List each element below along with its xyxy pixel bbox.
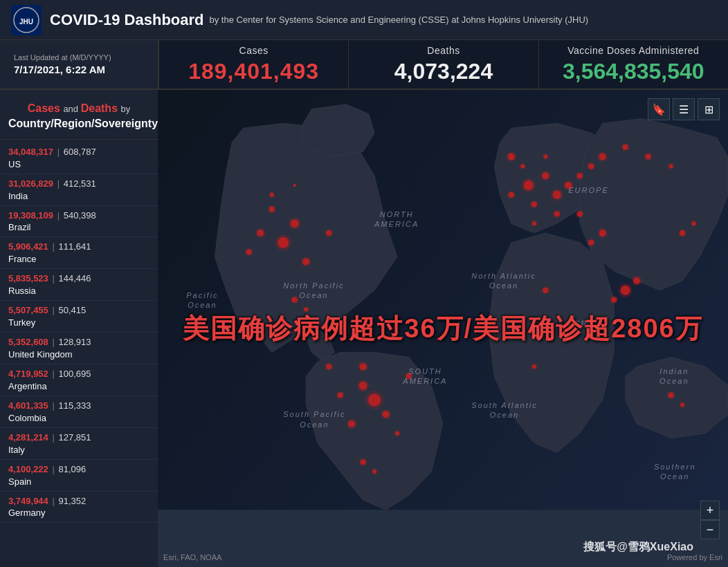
country-row[interactable]: 4,601,335 | 115,333 Colombia bbox=[0, 396, 158, 428]
country-cases: 31,026,829 bbox=[8, 178, 53, 189]
list-view-button[interactable]: ☰ bbox=[673, 98, 695, 120]
country-row[interactable]: 5,507,455 | 50,415 Turkey bbox=[0, 301, 158, 333]
country-deaths: 100,695 bbox=[58, 369, 91, 379]
country-name: Germany bbox=[8, 508, 149, 518]
country-name: United Kingdom bbox=[8, 349, 149, 360]
watermark: 搜狐号@雪鸦XueXiao bbox=[583, 540, 693, 555]
map-toolbar: 🔖 ☰ ⊞ bbox=[648, 98, 720, 120]
page-subtitle: by the Center for Systems Science and En… bbox=[210, 15, 589, 25]
bookmark-icon: 🔖 bbox=[652, 103, 666, 116]
grid-icon: ⊞ bbox=[704, 103, 713, 116]
country-cases: 4,281,214 bbox=[8, 432, 48, 443]
country-row[interactable]: 4,719,952 | 100,695 Argentina bbox=[0, 364, 158, 396]
country-row[interactable]: 5,835,523 | 144,446 Russia bbox=[0, 269, 158, 301]
country-cases: 19,308,109 bbox=[8, 210, 53, 221]
header: JHU COVID-19 Dashboard by the Center for… bbox=[0, 0, 728, 40]
cases-block: Cases 189,401,493 bbox=[159, 40, 349, 89]
country-row[interactable]: 31,026,829 | 412,531 India bbox=[0, 174, 158, 206]
country-name: Turkey bbox=[8, 317, 149, 328]
cases-label: Cases bbox=[239, 45, 269, 56]
sidebar-by-label: by bbox=[121, 104, 131, 114]
zoom-controls: + − bbox=[700, 501, 720, 539]
country-deaths: 111,641 bbox=[58, 241, 91, 252]
country-sidebar[interactable]: Cases and Deaths by Country/Region/Sover… bbox=[0, 90, 158, 567]
country-row[interactable]: 5,352,608 | 128,913 United Kingdom bbox=[0, 333, 158, 364]
vaccines-label: Vaccine Doses Administered bbox=[567, 45, 699, 56]
deaths-label: Deaths bbox=[427, 45, 459, 56]
svg-text:JHU: JHU bbox=[19, 18, 33, 26]
map-area[interactable]: NORTHAMERICAEUROPEAFRICASOUTHAMERICANort… bbox=[158, 90, 728, 567]
country-name: Italy bbox=[8, 445, 149, 455]
country-deaths: 115,333 bbox=[58, 400, 91, 411]
country-cases: 34,048,317 bbox=[8, 147, 53, 157]
stats-bar: Last Updated at (M/D/YYYY) 7/17/2021, 6:… bbox=[0, 40, 728, 90]
page-title: COVID-19 Dashboard bbox=[50, 11, 204, 29]
list-icon: ☰ bbox=[679, 103, 689, 116]
country-cases: 5,835,523 bbox=[8, 273, 48, 284]
country-cases: 4,601,335 bbox=[8, 400, 48, 411]
zoom-in-button[interactable]: + bbox=[700, 501, 720, 520]
country-name: India bbox=[8, 191, 149, 201]
jhu-logo: JHU bbox=[11, 5, 42, 35]
country-row[interactable]: 34,048,317 | 608,787 US bbox=[0, 142, 158, 174]
country-deaths: 412,531 bbox=[64, 178, 96, 189]
country-name: US bbox=[8, 159, 149, 169]
country-row[interactable]: 19,308,109 | 540,398 Brazil bbox=[0, 206, 158, 238]
country-name: Brazil bbox=[8, 222, 149, 232]
country-name: Argentina bbox=[8, 381, 149, 391]
last-updated-block: Last Updated at (M/D/YYYY) 7/17/2021, 6:… bbox=[0, 40, 159, 89]
country-list: 34,048,317 | 608,787 US 31,026,829 | 412… bbox=[0, 142, 158, 523]
deaths-block: Deaths 4,073,224 bbox=[349, 40, 538, 89]
map-credits-left: Esri, FAO, NOAA bbox=[163, 553, 221, 561]
country-deaths: 81,096 bbox=[58, 464, 86, 474]
country-deaths: 144,446 bbox=[58, 273, 91, 284]
country-name: Russia bbox=[8, 286, 149, 296]
country-name: Colombia bbox=[8, 413, 149, 423]
sidebar-region-label: Country/Region/Sovereignty bbox=[8, 118, 158, 129]
sidebar-cases-label: Cases bbox=[28, 102, 60, 114]
vaccines-block: Vaccine Doses Administered 3,564,835,540 bbox=[539, 40, 728, 89]
zoom-out-button[interactable]: − bbox=[700, 520, 720, 539]
country-deaths: 540,398 bbox=[64, 210, 96, 221]
sidebar-deaths-label: Deaths bbox=[81, 102, 118, 114]
country-deaths: 50,415 bbox=[58, 305, 86, 315]
country-cases: 5,906,421 bbox=[8, 241, 48, 252]
grid-view-button[interactable]: ⊞ bbox=[698, 98, 720, 120]
cases-value: 189,401,493 bbox=[188, 59, 319, 84]
country-cases: 3,749,944 bbox=[8, 496, 48, 506]
world-map bbox=[158, 90, 728, 567]
country-row[interactable]: 5,906,421 | 111,641 France bbox=[0, 237, 158, 269]
vaccines-value: 3,564,835,540 bbox=[563, 59, 704, 84]
country-row[interactable]: 4,281,214 | 127,851 Italy bbox=[0, 428, 158, 460]
last-updated-label: Last Updated at (M/D/YYYY) bbox=[14, 53, 111, 62]
country-cases: 5,352,608 bbox=[8, 337, 48, 347]
country-cases: 4,100,222 bbox=[8, 464, 48, 474]
country-row[interactable]: 4,100,222 | 81,096 Spain bbox=[0, 460, 158, 492]
country-row[interactable]: 3,749,944 | 91,352 Germany bbox=[0, 492, 158, 523]
country-name: Spain bbox=[8, 476, 149, 487]
sidebar-and-label: and bbox=[63, 104, 80, 114]
sidebar-header: Cases and Deaths by Country/Region/Sover… bbox=[0, 95, 158, 140]
last-updated-value: 7/17/2021, 6:22 AM bbox=[14, 64, 105, 75]
country-name: France bbox=[8, 254, 149, 264]
country-cases: 5,507,455 bbox=[8, 305, 48, 315]
country-deaths: 127,851 bbox=[58, 432, 91, 443]
country-cases: 4,719,952 bbox=[8, 369, 48, 379]
bookmark-button[interactable]: 🔖 bbox=[648, 98, 670, 120]
main-content: Cases and Deaths by Country/Region/Sover… bbox=[0, 90, 728, 567]
country-deaths: 91,352 bbox=[58, 496, 86, 506]
country-deaths: 608,787 bbox=[64, 147, 96, 157]
deaths-value: 4,073,224 bbox=[394, 59, 493, 84]
country-deaths: 128,913 bbox=[58, 337, 91, 347]
